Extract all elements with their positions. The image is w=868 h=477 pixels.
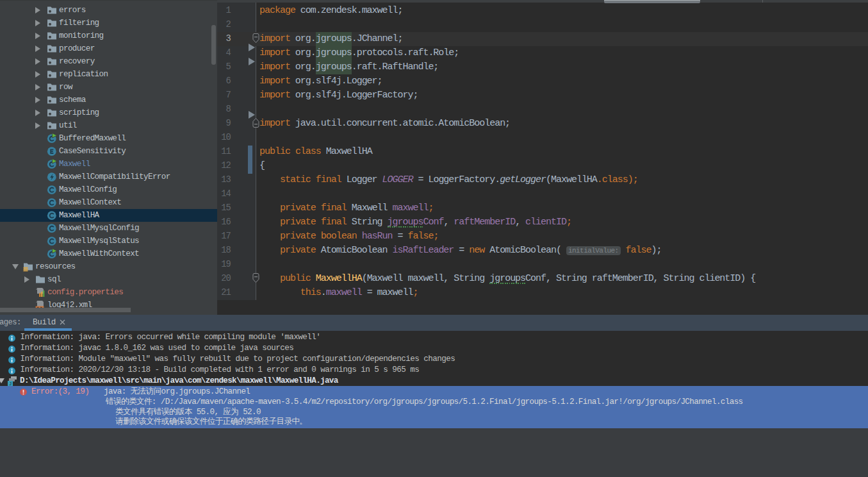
svg-text:J: J xyxy=(9,381,12,386)
